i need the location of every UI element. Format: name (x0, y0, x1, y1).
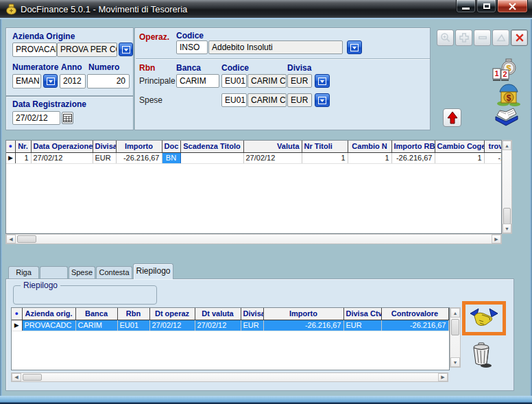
column-header-banca[interactable]: Banca (75, 308, 117, 320)
riepilogo-grid[interactable]: ●Azienda orig.BancaRbnDt operazDt valuta… (11, 307, 450, 370)
calendar-button[interactable] (62, 112, 73, 124)
scroll-down-icon[interactable]: ▼ (450, 357, 460, 367)
cell-doc[interactable]: BN (162, 152, 180, 163)
scroll-left-icon[interactable]: ◀ (12, 373, 21, 381)
numeratore-dropdown-button[interactable] (43, 74, 58, 88)
scroll-up-icon[interactable]: ▲ (450, 308, 460, 318)
cell-azienda-orig[interactable]: PROVACADC (22, 320, 75, 331)
cell-controvalore[interactable]: -26.216,67 (381, 320, 448, 331)
bank-safe-button[interactable]: $ (496, 84, 521, 106)
scroll-thumb[interactable] (451, 319, 459, 335)
column-header-azienda-orig[interactable]: Azienda orig. (22, 308, 75, 320)
column-header-dt-operaz[interactable]: Dt operaz (149, 308, 195, 320)
tab-contesta[interactable]: Contesta (96, 266, 132, 278)
scroll-right-icon[interactable]: ▶ (492, 235, 501, 243)
principale-divisa-field[interactable]: EUR (287, 74, 312, 88)
movimenti-grid[interactable]: ●Nr.Data OperazioneDivisaImportoDocScade… (5, 140, 502, 234)
riepilogo-hscrollbar[interactable]: ◀ ▶ (11, 372, 448, 382)
remove-button[interactable] (474, 29, 491, 46)
cell-rbn[interactable]: EU01 (117, 320, 149, 331)
spese-divisa-field[interactable]: EUR (287, 93, 312, 107)
zoom-button[interactable] (437, 29, 454, 46)
cell-marker[interactable]: ▶ (6, 152, 15, 163)
spese-dropdown-button[interactable] (315, 93, 330, 107)
spese-conto-field[interactable]: CARIM C\C (247, 93, 287, 107)
column-header-divisa[interactable]: Divisa (241, 308, 263, 320)
move-up-button[interactable] (443, 108, 461, 127)
tab-spese[interactable]: Spese (69, 266, 95, 278)
column-header-importo[interactable]: Importo (116, 141, 162, 152)
riepilogo-vscrollbar[interactable]: ▲ ▼ (450, 307, 461, 368)
numeratore-field[interactable]: EMAN (12, 74, 41, 88)
column-header-dt-valuta[interactable]: Dt valuta (195, 308, 241, 320)
cell-nr[interactable]: 1 (15, 152, 31, 163)
cancel-button[interactable] (511, 29, 528, 46)
azienda-code-field[interactable]: PROVACAD (12, 43, 57, 57)
column-header-valuta[interactable]: Valuta (243, 141, 302, 152)
scroll-thumb[interactable] (503, 208, 511, 224)
column-header-scadenza-titolo[interactable]: Scadenza Titolo (180, 141, 243, 152)
principale-dropdown-button[interactable] (315, 74, 330, 88)
column-header-controvalore-clipped[interactable]: trova (484, 141, 502, 152)
journal-book-button[interactable] (493, 106, 520, 128)
column-header-nr-titoli[interactable]: Nr Titoli (302, 141, 348, 152)
scroll-thumb[interactable] (17, 235, 36, 243)
column-header-data-operazione[interactable]: Data Operazione (31, 141, 93, 152)
column-header-divisa[interactable]: Divisa (93, 141, 116, 152)
column-header-marker[interactable]: ● (6, 141, 15, 152)
operazione-code-field[interactable]: INSO (176, 40, 208, 54)
cell-valuta[interactable]: 27/02/12 (243, 152, 302, 163)
scroll-left-icon[interactable]: ◀ (6, 235, 16, 243)
column-header-marker[interactable]: ● (12, 308, 22, 320)
maximize-button[interactable] (476, 0, 496, 13)
azienda-desc-field[interactable]: PROVA PER CO (57, 43, 117, 57)
tab-riga[interactable]: Riga (8, 266, 39, 278)
scroll-up-icon[interactable]: ▲ (503, 141, 511, 150)
main-grid-vscrollbar[interactable]: ▲ ▼ (502, 140, 512, 234)
cell-importo-rbn[interactable]: -26.216,67 (391, 152, 435, 163)
spese-codice-field[interactable]: EU01 (221, 93, 247, 107)
numero-field[interactable]: 20 (87, 74, 130, 88)
cell-divisa[interactable]: EUR (93, 152, 116, 163)
column-header-divisa-ctv[interactable]: Divisa Ctv (343, 308, 381, 320)
cell-data-operazione[interactable]: 27/02/12 (31, 152, 93, 163)
tab-blank[interactable] (40, 266, 68, 278)
column-header-importo[interactable]: Importo (263, 308, 343, 320)
principale-banca-field[interactable]: CARIM (176, 74, 219, 88)
close-window-button[interactable] (497, 0, 528, 13)
cell-scadenza-titolo[interactable] (180, 152, 243, 163)
cell-cambio-n[interactable]: 1 (348, 152, 391, 163)
column-header-importo-rbn[interactable]: Importo RBN (391, 141, 435, 152)
scroll-right-icon[interactable]: ▶ (438, 373, 448, 381)
cell-importo[interactable]: -26.216,67 (263, 320, 343, 331)
azienda-dropdown-button[interactable] (119, 43, 133, 56)
principale-codice-field[interactable]: EU01 (221, 74, 247, 88)
cell-cambio-coge[interactable]: 1 (435, 152, 484, 163)
table-row[interactable]: ▶PROVACADCCARIMEU0127/02/1227/02/12EUR-2… (12, 320, 448, 331)
interest-calc-button[interactable]: $ 1 2 (491, 58, 517, 83)
principale-conto-field[interactable]: CARIM C\C (247, 74, 287, 88)
add-button[interactable] (455, 29, 472, 46)
cell-banca[interactable]: CARIM (75, 320, 117, 331)
cell-controvalore-clipped[interactable]: -26 (484, 152, 502, 163)
cell-dt-operaz[interactable]: 27/02/12 (149, 320, 195, 331)
edit-button[interactable] (492, 29, 509, 46)
cell-divisa[interactable]: EUR (241, 320, 263, 331)
column-header-controvalore[interactable]: Controvalore (381, 308, 448, 320)
anno-field[interactable]: 2012 (60, 74, 86, 88)
cell-divisa-ctv[interactable]: EUR (343, 320, 381, 331)
main-grid-hscrollbar[interactable]: ◀ ▶ (5, 234, 502, 244)
scroll-thumb[interactable] (23, 374, 42, 381)
delete-trash-button[interactable] (471, 342, 493, 370)
column-header-cambio-coge[interactable]: Cambio Coge (435, 141, 484, 152)
tab-riepilogo[interactable]: Riepilogo (133, 263, 173, 279)
match-handshake-button[interactable] (470, 307, 498, 329)
minimize-button[interactable] (456, 0, 476, 13)
column-header-doc[interactable]: Doc (162, 141, 180, 152)
data-registrazione-field[interactable]: 27/02/12 (12, 111, 60, 125)
column-header-cambio-n[interactable]: Cambio N (348, 141, 391, 152)
operazione-dropdown-button[interactable] (347, 40, 362, 54)
table-row[interactable]: ▶127/02/12EUR-26.216,67BN27/02/1211-26.2… (6, 152, 502, 163)
column-header-nr[interactable]: Nr. (15, 141, 31, 152)
scroll-down-icon[interactable]: ▼ (503, 224, 511, 233)
